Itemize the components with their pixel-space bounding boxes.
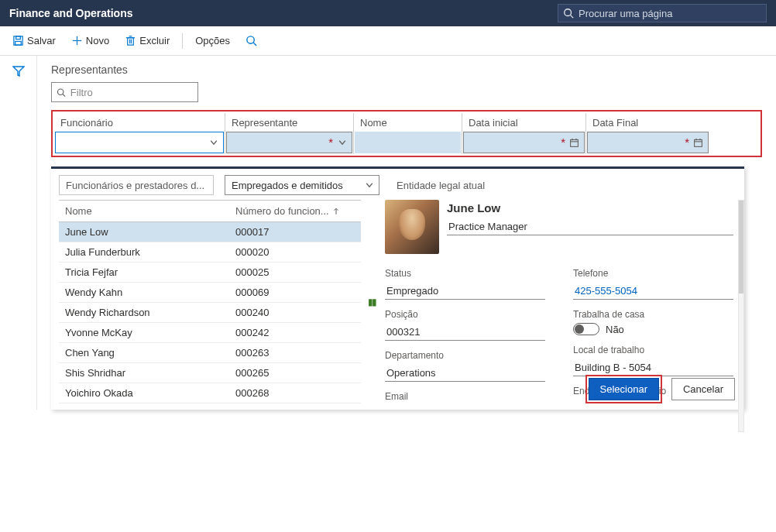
save-icon — [12, 35, 24, 46]
label-local: Local de trabalho — [573, 345, 733, 355]
scrollbar-thumb[interactable] — [739, 201, 743, 293]
cell-data-final-input[interactable] — [588, 137, 708, 149]
delete-button[interactable]: Excluir — [118, 32, 176, 50]
lookup-filter-value: Empregados e demitidos — [232, 180, 343, 191]
toolbar-separator — [182, 33, 183, 49]
options-button[interactable]: Opções — [189, 32, 236, 50]
lookup-row-numero: 000025 — [229, 263, 361, 282]
col-header-nome[interactable]: Nome — [354, 113, 462, 132]
lookup-row-numero: 000069 — [229, 283, 361, 302]
lookup-table: Nome Número do funcion... June Low000017… — [59, 200, 361, 403]
filter-pane-toggle[interactable] — [0, 56, 37, 410]
col-header-data-inicial[interactable]: Data inicial — [462, 113, 585, 132]
select-button[interactable]: Selecionar — [589, 378, 659, 400]
search-icon — [57, 88, 66, 98]
global-search-input[interactable] — [577, 7, 761, 20]
lookup-row-nome: June Low — [59, 222, 229, 242]
cell-data-inicial-input[interactable] — [464, 137, 584, 149]
new-label: Novo — [86, 35, 109, 46]
title-bar: Finance and Operations — [0, 0, 776, 26]
label-telefone: Telefone — [573, 268, 733, 279]
global-search[interactable] — [558, 4, 767, 22]
search-icon — [246, 35, 257, 46]
lookup-col-nome[interactable]: Nome — [59, 201, 229, 221]
lookup-row[interactable]: Wendy Kahn000069 — [59, 283, 361, 303]
label-departamento: Departamento — [385, 350, 545, 361]
app-title: Finance and Operations — [9, 7, 132, 19]
cancel-button[interactable]: Cancelar — [671, 378, 735, 400]
search-icon — [563, 8, 574, 19]
cell-funcionario-input[interactable] — [56, 137, 223, 149]
chevron-down-icon — [365, 180, 374, 190]
lookup-row[interactable]: Tricia Fejfar000025 — [59, 263, 361, 283]
splitter[interactable]: ▮▮ — [370, 200, 373, 403]
toolbar-search-button[interactable] — [239, 32, 263, 50]
svg-point-14 — [57, 89, 63, 94]
cell-data-final[interactable]: * — [587, 132, 709, 153]
lookup-row[interactable]: Yoichiro Okada000268 — [59, 383, 361, 403]
svg-line-1 — [571, 15, 574, 19]
save-label: Salvar — [27, 35, 56, 46]
required-indicator: * — [561, 136, 565, 149]
lookup-col-numero[interactable]: Número do funcion... — [229, 201, 361, 221]
svg-point-12 — [247, 36, 254, 43]
cell-representante[interactable]: * — [226, 132, 352, 153]
col-header-funcionario[interactable]: Funcionário — [54, 113, 225, 132]
plus-icon — [71, 35, 83, 46]
calendar-icon[interactable] — [693, 138, 703, 148]
value-trabalha: Não — [606, 324, 624, 335]
lookup-row-nome: Wendy Richardson — [59, 303, 229, 322]
svg-line-13 — [253, 43, 256, 46]
lookup-row-nome: Chen Yang — [59, 343, 229, 362]
lookup-row[interactable]: Julia Funderburk000020 — [59, 242, 361, 263]
toggle-trabalha[interactable] — [573, 323, 599, 335]
lookup-row-nome: Tricia Fejfar — [59, 263, 229, 282]
detail-name: June Low — [447, 201, 733, 215]
detail-scrollbar[interactable] — [738, 200, 744, 432]
chevron-down-icon[interactable] — [338, 138, 347, 147]
lookup-row-numero: 000265 — [229, 363, 361, 383]
value-telefone[interactable]: 425-555-5054 — [573, 283, 733, 300]
chevron-down-icon[interactable] — [209, 138, 218, 147]
lookup-detail-pane: June Low Practice Manager Status Emprega… — [382, 200, 737, 403]
splitter-handle-icon: ▮▮ — [368, 297, 376, 307]
value-departamento: Operations — [385, 366, 545, 382]
delete-label: Excluir — [139, 35, 170, 46]
col-header-data-final[interactable]: Data Final — [586, 113, 709, 132]
label-trabalha: Trabalha de casa — [573, 309, 733, 320]
cell-nome-input — [355, 137, 460, 149]
lookup-row[interactable]: June Low000017 — [59, 222, 361, 242]
lookup-row[interactable]: Yvonne McKay000242 — [59, 323, 361, 343]
avatar — [385, 200, 439, 254]
value-local: Building B - 5054 — [573, 360, 733, 376]
page-heading: Representantes — [51, 63, 762, 76]
svg-rect-4 — [15, 41, 22, 45]
lookup-row-nome: Shis Shridhar — [59, 363, 229, 383]
quick-filter[interactable] — [51, 82, 198, 102]
sort-asc-icon — [332, 208, 340, 215]
lookup-row-nome: Julia Funderburk — [59, 242, 229, 262]
quick-filter-input[interactable] — [69, 86, 193, 99]
lookup-row-numero: 000020 — [229, 242, 361, 262]
lookup-legal-entity[interactable]: Entidade legal atual — [390, 175, 514, 195]
lookup-filter-dropdown[interactable]: Empregados e demitidos — [225, 175, 379, 195]
cell-data-inicial[interactable]: * — [463, 132, 585, 153]
lookup-tab-workers[interactable]: Funcionários e prestadores d... — [59, 175, 214, 195]
trash-icon — [125, 35, 136, 46]
required-indicator: * — [685, 136, 689, 149]
col-header-representante[interactable]: Representante — [225, 113, 353, 132]
lookup-row[interactable]: Wendy Richardson000240 — [59, 303, 361, 323]
save-button[interactable]: Salvar — [6, 32, 62, 50]
lookup-row-numero: 000242 — [229, 323, 361, 342]
lookup-row[interactable]: Shis Shridhar000265 — [59, 363, 361, 383]
new-button[interactable]: Novo — [65, 32, 115, 50]
calendar-icon[interactable] — [569, 138, 579, 148]
lookup-row-numero: 000017 — [229, 222, 361, 242]
cell-funcionario[interactable] — [55, 132, 224, 153]
lookup-row-nome: Yoichiro Okada — [59, 383, 229, 403]
main-content: Representantes Funcionário Representante… — [37, 56, 776, 410]
lookup-row[interactable]: Chen Yang000263 — [59, 343, 361, 363]
lookup-col-numero-label: Número do funcion... — [235, 205, 329, 217]
svg-line-15 — [63, 94, 65, 96]
lookup-legal-entity-label: Entidade legal atual — [397, 180, 485, 191]
